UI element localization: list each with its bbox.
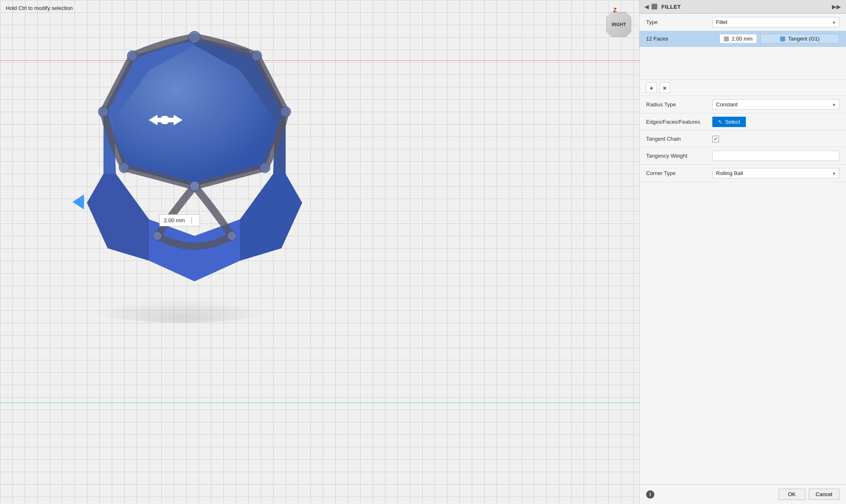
tangency-weight-row: Tangency Weight 1.00: [639, 147, 846, 165]
corner-type-dropdown[interactable]: Rolling Ball Setback Blend: [712, 168, 839, 178]
edges-label: Edges/Faces/Features: [646, 119, 712, 125]
empty-area: [639, 47, 846, 80]
panel-title: FILLET: [661, 4, 681, 10]
cursor-icon: ↖: [718, 119, 723, 125]
ok-button[interactable]: OK: [779, 489, 805, 500]
compass-cube[interactable]: RIGHT: [606, 12, 631, 37]
fillet-panel: ◀ FILLET ▶▶ Type Fillet Chamfer ▼ 12 Fac…: [639, 0, 846, 504]
axis-green: [0, 403, 639, 403]
select-button-label: Select: [725, 119, 740, 125]
tangent-chain-checkbox[interactable]: [712, 136, 719, 142]
faces-count-label: 12 Faces: [646, 36, 716, 42]
svg-point-13: [260, 163, 270, 173]
tangent-chain-label: Tangent Chain: [646, 136, 712, 142]
type-dropdown[interactable]: Fillet Chamfer: [712, 17, 839, 27]
svg-point-12: [99, 107, 108, 117]
svg-rect-18: [161, 116, 169, 124]
faces-tangent-value: Tangent (G1): [760, 34, 839, 43]
panel-header: ◀ FILLET ▶▶: [639, 0, 846, 14]
svg-point-16: [153, 231, 162, 240]
3d-viewport[interactable]: Hold Ctrl to modify selection: [0, 0, 639, 504]
remove-button[interactable]: ×: [659, 82, 670, 93]
tangent-chain-checkbox-wrapper: [712, 136, 839, 142]
compass: Z RIGHT: [596, 6, 633, 43]
panel-footer: i OK Cancel: [639, 484, 846, 504]
radius-type-dropdown-wrapper: Constant Variable ▼: [712, 99, 839, 110]
svg-point-0: [66, 273, 298, 323]
svg-marker-5: [87, 174, 149, 261]
svg-point-10: [127, 51, 137, 61]
svg-point-8: [189, 31, 200, 43]
faces-tangent-text: Tangent (G1): [788, 36, 820, 42]
panel-header-left: ◀ FILLET: [644, 3, 681, 10]
cancel-button[interactable]: Cancel: [809, 489, 839, 500]
select-button[interactable]: ↖ Select: [712, 117, 746, 127]
tangent-chain-row: Tangent Chain: [639, 131, 846, 147]
type-label: Type: [646, 19, 712, 25]
3d-shape: [33, 12, 356, 336]
size-icon: [724, 36, 729, 41]
corner-type-dropdown-wrapper: Rolling Ball Setback Blend ▼: [712, 168, 839, 178]
radius-type-label: Radius Type: [646, 101, 712, 108]
svg-point-17: [227, 231, 236, 240]
panel-collapse-icon[interactable]: ◀: [644, 3, 649, 10]
tangency-weight-label: Tangency Weight: [646, 153, 712, 159]
add-remove-toolbar: + ×: [639, 80, 846, 96]
dimension-label: 2.00 mm ⋮: [159, 214, 200, 226]
svg-point-15: [190, 181, 199, 191]
svg-point-11: [281, 107, 291, 117]
panel-expand-icon[interactable]: ▶▶: [832, 3, 841, 10]
svg-marker-6: [240, 174, 302, 261]
faces-size-text: 2.00 mm: [732, 36, 753, 42]
corner-type-label: Corner Type: [646, 170, 712, 176]
svg-point-9: [252, 51, 262, 61]
edges-row: Edges/Faces/Features ↖ Select: [639, 113, 846, 131]
tangent-icon: [780, 36, 785, 41]
type-row: Type Fillet Chamfer ▼: [639, 14, 846, 31]
info-button[interactable]: i: [646, 490, 654, 499]
faces-size-value: 2.00 mm: [719, 34, 757, 43]
fillet-icon: [651, 4, 657, 10]
dimension-menu-icon[interactable]: ⋮: [188, 216, 195, 224]
tangency-weight-input[interactable]: 1.00: [712, 151, 839, 161]
radius-type-dropdown[interactable]: Constant Variable: [712, 99, 839, 110]
panel-body: Type Fillet Chamfer ▼ 12 Faces 2.00 mm T…: [639, 14, 846, 484]
hint-text: Hold Ctrl to modify selection: [6, 5, 73, 11]
type-dropdown-wrapper: Fillet Chamfer ▼: [712, 17, 839, 27]
corner-type-row: Corner Type Rolling Ball Setback Blend ▼: [639, 165, 846, 182]
dimension-value: 2.00 mm: [164, 217, 185, 223]
radius-type-row: Radius Type Constant Variable ▼: [639, 96, 846, 113]
add-button[interactable]: +: [646, 82, 657, 93]
faces-row[interactable]: 12 Faces 2.00 mm Tangent (G1): [639, 31, 846, 47]
svg-point-14: [119, 163, 129, 173]
